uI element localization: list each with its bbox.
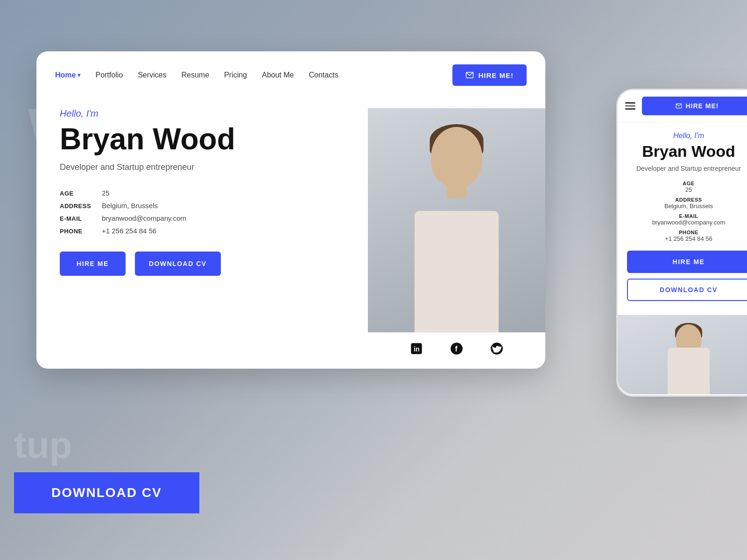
hire-me-button[interactable]: HIRE ME	[60, 252, 126, 276]
phone-body-shape	[668, 348, 710, 394]
phone-label: PHONE	[60, 228, 102, 235]
nav-home[interactable]: Home	[55, 71, 80, 79]
phone-header: HIRE ME!	[618, 90, 747, 122]
nav-pricing[interactable]: Pricing	[224, 71, 247, 79]
card-body: Hello, I'm Bryan Wood Developer and Star…	[36, 99, 545, 364]
phone-body: Hello, I'm Bryan Wood Developer and Star…	[618, 122, 747, 315]
phone-phone-label: PHONE	[627, 230, 747, 235]
linkedin-icon[interactable]: in	[408, 340, 425, 357]
info-row-phone: PHONE +1 256 254 84 56	[60, 227, 354, 235]
hero-subtitle: Developer and Startup entrepreneur	[60, 162, 354, 172]
twitter-icon[interactable]	[488, 340, 505, 357]
phone-cta-hire[interactable]: HIRE ME	[627, 251, 747, 273]
social-bar: in f	[368, 332, 545, 364]
phone-greeting: Hello, I'm	[627, 132, 747, 140]
nav-links: Home Portfolio Services Resume Pricing A…	[55, 71, 338, 79]
info-row-address: ADDRESS Belgium, Brussels	[60, 202, 354, 210]
phone-email-row: E-MAIL bryanwood@company.com	[627, 213, 747, 226]
phone-age-value: 25	[627, 186, 747, 193]
phone-hire-button[interactable]: HIRE ME!	[642, 97, 747, 115]
phone-subtitle: Developer and Startup entrepreneur	[627, 165, 747, 172]
photo-area: in f	[368, 108, 545, 364]
hero-name: Bryan Wood	[60, 124, 354, 155]
mobile-mockup: HIRE ME! Hello, I'm Bryan Wood Developer…	[616, 89, 747, 397]
nav-contacts[interactable]: Contacts	[309, 71, 338, 79]
phone-name: Bryan Wood	[627, 143, 747, 160]
download-cv-button[interactable]: DOWNLOAD CV	[135, 252, 221, 276]
phone-mail-icon	[676, 103, 682, 109]
person-silhouette	[396, 118, 517, 332]
address-value: Belgium, Brussels	[102, 202, 158, 210]
phone-age-row: AGE 25	[627, 181, 747, 193]
person-photo	[368, 108, 545, 332]
address-label: ADDRESS	[60, 203, 102, 210]
mail-icon	[465, 71, 474, 79]
email-value: bryanwood@company.com	[102, 214, 186, 222]
person-neck	[446, 184, 467, 198]
phone-address-row: ADDRESS Belgium, Brussels	[627, 197, 747, 210]
person-body	[415, 211, 499, 332]
info-row-email: E-MAIL bryanwood@company.com	[60, 214, 354, 222]
phone-address-label: ADDRESS	[627, 197, 747, 203]
nav-services[interactable]: Services	[138, 71, 166, 79]
main-card: Home Portfolio Services Resume Pricing A…	[36, 51, 545, 369]
svg-text:f: f	[455, 344, 458, 353]
phone-cta-download[interactable]: DOWNLOAD CV	[627, 279, 747, 301]
age-value: 25	[102, 189, 110, 197]
greeting-text: Hello, I'm	[60, 108, 354, 119]
navbar: Home Portfolio Services Resume Pricing A…	[36, 51, 545, 99]
phone-email-value: bryanwood@company.com	[627, 219, 747, 226]
navbar-hire-button[interactable]: HIRE ME!	[452, 64, 527, 86]
email-label: E-MAIL	[60, 215, 102, 222]
phone-phone-row: PHONE +1 256 254 84 56	[627, 230, 747, 242]
phone-person-silhouette	[661, 320, 717, 394]
info-row-age: AGE 25	[60, 189, 354, 197]
hamburger-icon[interactable]	[625, 102, 635, 110]
phone-photo-area	[618, 315, 747, 394]
nav-portfolio[interactable]: Portfolio	[95, 71, 123, 79]
phone-info-table: AGE 25 ADDRESS Belgium, Brussels E-MAIL …	[627, 181, 747, 242]
nav-resume[interactable]: Resume	[182, 71, 210, 79]
phone-email-label: E-MAIL	[627, 213, 747, 219]
nav-about[interactable]: About Me	[262, 71, 294, 79]
person-head	[431, 127, 482, 188]
left-content: Hello, I'm Bryan Wood Developer and Star…	[60, 108, 368, 364]
phone-value: +1 256 254 84 56	[102, 227, 156, 235]
info-table: AGE 25 ADDRESS Belgium, Brussels E-MAIL …	[60, 189, 354, 235]
svg-text:in: in	[414, 345, 419, 353]
facebook-icon[interactable]: f	[448, 340, 465, 357]
phone-phone-value: +1 256 254 84 56	[627, 235, 747, 242]
age-label: AGE	[60, 190, 102, 197]
phone-age-label: AGE	[627, 181, 747, 186]
cta-buttons: HIRE ME DOWNLOAD CV	[60, 252, 354, 276]
phone-address-value: Belgium, Brussels	[627, 203, 747, 210]
